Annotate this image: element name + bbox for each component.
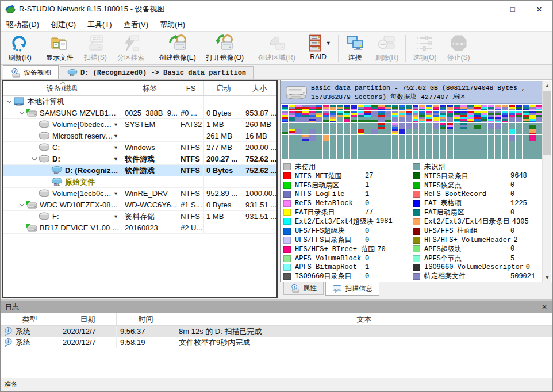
block-cell [316, 129, 322, 134]
tree-cell-size [243, 222, 276, 233]
block-cell [295, 147, 302, 152]
tree-row-7[interactable]: Rec.原始文件 [3, 176, 276, 188]
block-cell [454, 111, 460, 116]
log-column-header[interactable]: 文本 [175, 313, 553, 325]
tree-column-header[interactable]: 设备/磁盘 [3, 81, 122, 95]
row-dropdown-caret-icon[interactable]: ▼ [113, 122, 120, 128]
scroll-down-icon[interactable]: ▼ [543, 273, 552, 282]
svg-text:STOP: STOP [452, 41, 465, 47]
tree-column-header[interactable]: 启动 [204, 81, 243, 95]
block-cell [529, 123, 536, 128]
tree-row-6[interactable]: Rec.D: (Recognize...软件游戏NTFS0 Bytes752.6… [3, 165, 276, 176]
block-cell [385, 105, 391, 110]
block-cell [399, 111, 405, 116]
close-button[interactable]: ✕ [526, 1, 552, 18]
tree-column-header[interactable]: 标签 [122, 81, 178, 95]
scroll-thumb[interactable] [543, 91, 551, 155]
scan-button-label: 扫描(S) [84, 53, 107, 63]
chevron-down-icon[interactable] [5, 101, 13, 102]
status-text: 准备 [4, 380, 18, 390]
tree-row-9[interactable]: WDC WD10EZEX-08W...WD-WCC6Y6...#1 S...0 … [3, 199, 276, 211]
row-dropdown-caret-icon[interactable]: ▼ [113, 145, 120, 151]
block-cell [302, 105, 309, 110]
log-row[interactable]: i系统2020/12/79:56:378m 12s 的 D: 扫描已完成 [1, 326, 553, 337]
block-cell [399, 105, 405, 110]
row-dropdown-caret-icon[interactable]: ▼ [113, 191, 120, 197]
tree-row-10[interactable]: F:▼资料存储NTFS1 MB931.51 ... [3, 211, 276, 222]
block-cell [460, 135, 467, 140]
log-info-icon: i [4, 338, 13, 347]
row-dropdown-caret-icon[interactable]: ▼ [113, 133, 120, 139]
tree-row-2[interactable]: Volume{0bedecf0-..▼SYSTEMFAT321 MB260 MB [3, 119, 276, 130]
scan-scrollbar[interactable]: ▲ ▼ [542, 81, 551, 282]
scan-icon [86, 34, 105, 52]
block-cell [426, 153, 432, 159]
chevron-down-icon[interactable] [18, 204, 26, 206]
log-close-icon[interactable]: ✕ [540, 303, 549, 311]
chevron-down-icon[interactable] [18, 112, 26, 114]
block-cell [323, 123, 329, 128]
row-dropdown-caret-icon[interactable]: ▼ [113, 156, 120, 162]
device-view-icon: i [10, 68, 21, 77]
block-cell [371, 111, 378, 116]
tab-device-view[interactable]: i设备视图 [3, 65, 59, 79]
row-dropdown-caret-icon[interactable]: ▼ [113, 214, 120, 220]
menu-create[interactable]: 创建(C) [45, 18, 82, 32]
scroll-up-icon[interactable]: ▲ [543, 81, 552, 90]
legend-item: HFS/HFS+ BTree+ 范围70 [283, 245, 413, 254]
create-image-button[interactable]: 创建镜像(E) [154, 32, 201, 64]
refresh-icon [10, 34, 29, 52]
block-cell [330, 135, 336, 140]
tree-row-8[interactable]: Volume{1ecb0c98-..▼WinRE_DRVNTFS952.89 .… [3, 188, 276, 199]
tree-cell-label: WinRE_DRV [122, 188, 178, 199]
tree-column-header[interactable]: FS [178, 81, 204, 95]
tree-row-1[interactable]: SAMSUNG MZVLB1T0...0025_388B_9...#0 ...0… [3, 107, 276, 119]
refresh-button[interactable]: 刷新(R) [3, 32, 37, 64]
tab-recognized-partition[interactable]: Rec.D: (Recognized0) -> Basic data parti… [60, 66, 254, 79]
scan-block-map[interactable] [281, 105, 543, 159]
raid-button[interactable]: ▼RAID [301, 32, 336, 64]
log-cell-date: 2020/12/7 [59, 337, 117, 348]
legend-item: APFS VolumeBlock0 [283, 254, 413, 263]
dropdown-caret-icon[interactable]: ▼ [326, 40, 331, 46]
block-cell [378, 117, 385, 122]
legend-item: UFS/FFS超级块0 [283, 226, 413, 236]
menu-tools[interactable]: 工具(T) [82, 18, 118, 32]
hdd-icon [26, 201, 37, 210]
tab-properties[interactable]: i属性 [283, 282, 324, 295]
block-cell [399, 153, 405, 159]
tree-cell-boot [204, 96, 243, 107]
tree-column-header[interactable]: 大小 [243, 81, 276, 95]
block-cell [282, 153, 288, 159]
menu-help[interactable]: 帮助(H) [154, 18, 191, 32]
tree-row-11[interactable]: BR17 DEVICE V1.00 1....20160823#2 U... [3, 222, 276, 234]
maximize-button[interactable]: □ [500, 1, 526, 18]
tab-scan-info[interactable]: 扫描信息 [325, 282, 379, 296]
show-files-button[interactable]: 显示文件 [41, 32, 79, 64]
open-image-button[interactable]: 打开镜像(O) [201, 32, 249, 64]
chevron-down-icon[interactable] [30, 158, 39, 160]
tree-row-4[interactable]: C:▼WindowsNTFS277 MB200.00 ... [3, 142, 276, 153]
block-cell [523, 147, 529, 152]
legend-swatch [413, 200, 420, 207]
connect-button[interactable]: 连接 [340, 32, 370, 64]
tree-row-5[interactable]: D:▼软件游戏NTFS200.27 ...752.62 ... [3, 153, 276, 165]
log-column-header[interactable]: 时间 [117, 313, 175, 325]
log-column-header[interactable]: 日期 [59, 313, 117, 325]
block-cell [467, 153, 474, 159]
minimize-button[interactable]: – [473, 1, 500, 18]
block-cell [289, 117, 295, 122]
tree-row-label: WDC WD10EZEX-08W... [40, 201, 120, 209]
menu-view[interactable]: 查看(V) [118, 18, 154, 32]
block-cell [330, 123, 336, 128]
log-row[interactable]: i系统2020/12/79:58:19文件枚举在9秒内完成 [1, 337, 553, 348]
log-column-header[interactable]: 类型 [1, 313, 59, 325]
block-cell [316, 147, 322, 152]
app-window: R-STUDIO Network 8.15.180015 - 设备视图 –□✕ … [0, 0, 553, 392]
menu-drive[interactable]: 驱动器(D) [1, 18, 45, 32]
toolbar-separator [251, 35, 251, 62]
tree-row-0[interactable]: 本地计算机 [3, 96, 276, 107]
block-cell [392, 153, 398, 159]
block-cell [509, 153, 515, 159]
tree-row-3[interactable]: Microsoft reserve..▼261 MB16 MB [3, 130, 276, 142]
